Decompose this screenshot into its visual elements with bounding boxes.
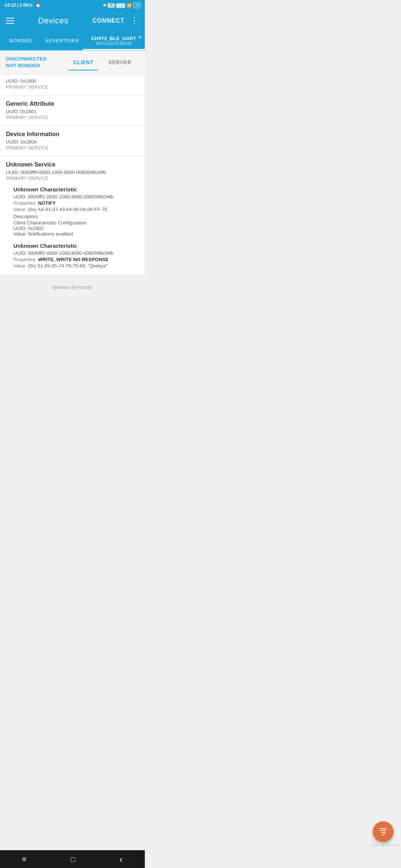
device-mac-label: 84:C2:E4:53:6D:2B [96,41,131,46]
service-3-uuid: UUID: 0x180A [6,139,139,145]
characteristic-2: Unknown Characteristic UUID: 0000fff2-00… [13,243,139,269]
tab-server[interactable]: SERVER [104,54,136,70]
service-unknown: Unknown Service UUID: 0000fff0-0000-1000… [0,156,145,275]
descriptor-1: Client Characteristic Configuration UUID… [13,220,139,237]
tab-device-ch573[interactable]: CH573_BLE_UART 84:C2:E4:53:6D:2B × [83,31,145,50]
service-2-title: Generic Attribute [6,101,139,107]
footer: Wireless by Nordic [0,275,145,295]
service-2-type: PRIMARY SERVICE [6,115,139,120]
tab-advertiser[interactable]: ADVERTISER [41,31,82,50]
connect-button[interactable]: CONNECT [92,17,124,24]
status-time-network: 14:12 | 2.0K/s ⏰ [4,3,41,8]
char-2-properties: Properties: WRITE, WRITE NO RESPONSE [13,257,139,262]
char-2-title: Unknown Characteristic [13,243,139,249]
char-1-properties: Properties: NOTIFY [13,200,139,206]
signal-icon: ▓▓▓ [116,3,125,7]
service-generic-attribute: Generic Attribute UUID: 0x1801 PRIMARY S… [0,95,145,126]
service-3-title: Device Information [6,131,139,138]
service-1-uuid: UUID: 0x1800 [6,78,139,84]
not-bonded-line2: NOT BONDED [6,63,40,68]
char-1-properties-value: NOTIFY [38,200,56,206]
char-2-value-data: (0x) 51-65-65-74-79-75-69, "Qeetyui" [28,263,108,269]
char-1-title: Unknown Characteristic [13,186,139,193]
char-2-uuid: UUID: 0000fff2-0000-1000-8000-00805f9b34… [13,250,139,256]
status-separator: | [17,3,20,8]
close-device-tab-icon[interactable]: × [138,34,142,41]
service-1-type: PRIMARY SERVICE [6,85,139,90]
desc-1-name: Client Characteristic Configuration [13,220,139,226]
status-right-icons: ✱ HD ▓▓▓ 📶 16 [103,3,140,8]
disconnected-line1: DISCONNECTED [6,56,47,62]
status-network-speed: 2.0K/s [20,3,33,8]
connection-status: DISCONNECTED NOT BONDED [6,50,66,74]
more-options-icon[interactable]: ⋮ [130,16,139,26]
service-2-uuid: UUID: 0x1801 [6,109,139,114]
status-bar: 14:12 | 2.0K/s ⏰ ✱ HD ▓▓▓ 📶 16 [0,0,145,10]
service-4-type: PRIMARY SERVICE [6,176,139,181]
characteristic-1: Unknown Characteristic UUID: 0000fff1-00… [13,186,139,237]
status-time: 14:12 [4,3,16,8]
hamburger-menu-icon[interactable] [6,18,14,24]
tab-bonded[interactable]: BONDED [0,31,41,50]
desc-1-value: Value: Notifications enabled [13,231,139,237]
char-2-properties-value: WRITE, WRITE NO RESPONSE [38,257,108,262]
tab-client[interactable]: CLIENT [69,54,98,70]
char-1-value: Value: (0x) AA-01-07-43-64-00-04-00-FF-7… [13,207,139,212]
battery-icon: 16 [133,3,140,8]
char-1-uuid: UUID: 0000fff1-0000-1000-8000-00805f9b34… [13,194,139,200]
service-device-information: Device Information UUID: 0x180A PRIMARY … [0,126,145,156]
footer-text: Wireless by Nordic [52,285,92,290]
device-tabs: BONDED ADVERTISER CH573_BLE_UART 84:C2:E… [0,31,145,50]
app-bar: Devices CONNECT ⋮ [0,10,145,31]
bluetooth-icon: ✱ [103,3,106,8]
app-bar-actions: CONNECT ⋮ [92,16,139,26]
battery-level: 16 [135,3,139,7]
desc-1-value-data: Notifications enabled [28,231,73,237]
alarm-icon: ⏰ [35,3,41,8]
services-content: UUID: 0x1800 PRIMARY SERVICE Generic Att… [0,75,145,325]
service-generic-access: UUID: 0x1800 PRIMARY SERVICE [0,75,145,95]
service-3-type: PRIMARY SERVICE [6,145,139,151]
client-server-tabs: CLIENT SERVER [66,50,139,74]
app-title: Devices [38,16,69,26]
service-4-uuid: UUID: 0000fff0-0000-1000-8000-00805f9b34… [6,170,139,175]
device-name-label: CH573_BLE_UART [91,36,136,41]
connection-sub-tabs: DISCONNECTED NOT BONDED CLIENT SERVER [0,50,145,75]
char-2-value: Value: (0x) 51-65-65-74-79-75-69, "Qeety… [13,263,139,269]
disconnected-status: DISCONNECTED NOT BONDED [6,56,66,69]
descriptors-label: Descriptors: [13,214,139,219]
desc-1-uuid: UUID: 0x2902 [13,226,139,231]
wifi-icon: 📶 [127,3,132,8]
service-4-title: Unknown Service [6,161,139,168]
hd-badge: HD [108,3,114,7]
char-1-value-data: (0x) AA-01-07-43-64-00-04-00-FF-7E [28,207,108,212]
